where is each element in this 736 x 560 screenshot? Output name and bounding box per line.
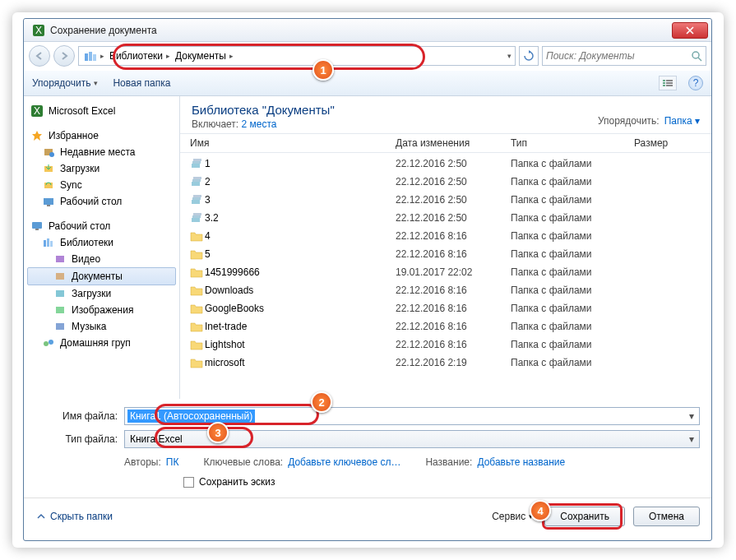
sidebar-lib-item[interactable]: Видео (27, 251, 176, 267)
svg-rect-22 (35, 229, 39, 230)
excel-icon: X (32, 24, 45, 37)
tools-menu[interactable]: Сервис▾ (492, 511, 533, 522)
breadcrumb-dropdown-icon[interactable]: ▾ (507, 52, 511, 60)
organize-menu[interactable]: Упорядочить▾ (32, 77, 98, 89)
chevron-down-icon[interactable]: ▾ (684, 433, 699, 445)
svg-rect-42 (193, 213, 201, 215)
svg-point-32 (49, 340, 53, 345)
list-item[interactable]: 3.222.12.2016 2:50Папка с файлами (190, 209, 701, 227)
library-icon (53, 270, 67, 283)
toolbar: Упорядочить▾ Новая папка ? (24, 70, 711, 96)
refresh-button[interactable] (519, 46, 539, 66)
filename-input[interactable]: Книга1 (Автосохраненный) (127, 410, 255, 423)
svg-rect-2 (85, 53, 88, 61)
save-button[interactable]: Сохранить (544, 507, 625, 526)
sidebar-lib-item[interactable]: Музыка (27, 318, 176, 335)
breadcrumb[interactable]: ▸ Библиотеки▸ Документы▸ ▾ (78, 46, 516, 66)
sidebar-fav-item[interactable]: Sync (27, 177, 176, 193)
sort-label: Упорядочить: (598, 115, 660, 127)
body: XMicrosoft Excel Избранное Недавние мест… (24, 96, 711, 399)
sidebar-homegroup[interactable]: Домашняя груп (27, 335, 176, 351)
authors-label: Авторы: (124, 456, 161, 468)
col-date[interactable]: Дата изменения (396, 137, 511, 149)
sidebar-excel[interactable]: XMicrosoft Excel (27, 103, 176, 119)
sort-dropdown[interactable]: Папка ▾ (664, 115, 700, 127)
folder-icon (42, 178, 55, 192)
sidebar-favorites[interactable]: Избранное (27, 127, 176, 144)
authors-value[interactable]: ПК (166, 456, 179, 468)
svg-text:X: X (34, 105, 40, 117)
new-folder-button[interactable]: Новая папка (113, 77, 170, 89)
forward-button[interactable] (53, 45, 75, 67)
svg-rect-36 (193, 177, 201, 179)
stack-icon (190, 176, 205, 187)
title-meta-value[interactable]: Добавьте название (477, 456, 565, 468)
search-box[interactable] (542, 46, 706, 66)
list-item[interactable]: Downloads22.12.2016 8:16Папка с файлами (190, 281, 701, 299)
sidebar-fav-item[interactable]: Недавние места (27, 144, 176, 160)
sidebar-fav-item[interactable]: Загрузки (27, 160, 176, 177)
callout-badge-2: 2 (311, 391, 332, 413)
list-item[interactable]: microsoft22.12.2016 2:19Папка с файлами (190, 354, 701, 372)
sidebar-libraries[interactable]: Библиотеки (27, 234, 176, 251)
sidebar-desktop[interactable]: Рабочий стол (27, 218, 176, 234)
close-button[interactable] (672, 22, 708, 39)
col-name[interactable]: Имя (190, 137, 396, 149)
sidebar-lib-item[interactable]: Загрузки (27, 285, 176, 302)
list-item[interactable]: Inet-trade22.12.2016 8:16Папка с файлами (190, 317, 701, 336)
folder-icon (42, 146, 55, 159)
library-icon (53, 303, 67, 317)
list-item[interactable]: GoogleBooks22.12.2016 8:16Папка с файлам… (190, 299, 701, 317)
breadcrumb-documents[interactable]: Документы▸ (174, 50, 235, 62)
list-item[interactable]: 522.12.2016 8:16Папка с файлами (190, 245, 701, 263)
view-mode-button[interactable] (659, 76, 677, 90)
sidebar-lib-item[interactable]: Изображения (27, 302, 176, 318)
back-button[interactable] (29, 45, 50, 67)
list-item[interactable]: Lightshot22.12.2016 8:16Папка с файлами (190, 336, 701, 354)
search-input[interactable] (546, 50, 687, 62)
folder-icon (190, 339, 205, 350)
svg-rect-37 (192, 179, 201, 182)
includes-link[interactable]: 2 места (242, 118, 277, 130)
keywords-value[interactable]: Добавьте ключевое сл… (288, 456, 400, 468)
stack-icon (190, 158, 205, 169)
svg-rect-19 (44, 198, 53, 205)
hide-folders-button[interactable]: Скрыть папки (35, 511, 113, 522)
sidebar-fav-item[interactable]: Рабочий стол (27, 193, 176, 210)
breadcrumb-libraries[interactable]: Библиотеки▸ (108, 50, 172, 62)
callout-badge-1: 1 (312, 59, 334, 81)
list-item[interactable]: 145199966619.01.2017 22:02Папка с файлам… (190, 263, 701, 281)
star-icon (30, 129, 44, 142)
chevron-down-icon[interactable]: ▾ (684, 410, 699, 422)
folder-icon (190, 248, 205, 260)
col-size[interactable]: Размер (634, 137, 701, 149)
title-meta-label: Название: (425, 456, 472, 468)
svg-rect-34 (192, 161, 201, 164)
col-type[interactable]: Тип (511, 137, 634, 149)
folder-icon (190, 230, 205, 242)
list-item[interactable]: 422.12.2016 8:16Папка с файлами (190, 227, 701, 245)
list-item[interactable]: 222.12.2016 2:50Папка с файлами (190, 173, 701, 191)
nav-row: ▸ Библиотеки▸ Документы▸ ▾ (24, 42, 711, 70)
svg-rect-43 (192, 215, 201, 218)
library-title: Библиотека "Документы" (192, 103, 335, 117)
svg-rect-9 (663, 85, 665, 86)
sidebar-lib-item[interactable]: Документы (27, 267, 176, 285)
filename-field[interactable]: Книга1 (Автосохраненный) ▾ (124, 407, 700, 425)
cancel-button[interactable]: Отмена (633, 507, 700, 526)
libraries-icon (42, 236, 55, 249)
folder-icon (190, 285, 205, 296)
save-form: Имя файла: Книга1 (Автосохраненный) ▾ Ти… (24, 399, 711, 498)
help-button[interactable]: ? (688, 76, 703, 90)
svg-rect-40 (192, 197, 201, 200)
library-icon (53, 252, 67, 266)
svg-point-5 (692, 52, 699, 58)
save-thumbnail-checkbox[interactable] (183, 477, 194, 488)
stack-icon (190, 194, 205, 206)
list-item[interactable]: 122.12.2016 2:50Папка с файлами (190, 155, 701, 173)
svg-rect-28 (56, 290, 64, 297)
svg-rect-11 (666, 82, 673, 84)
svg-rect-33 (193, 159, 201, 161)
column-headers[interactable]: Имя Дата изменения Тип Размер (180, 133, 711, 153)
list-item[interactable]: 322.12.2016 2:50Папка с файлами (190, 191, 701, 209)
